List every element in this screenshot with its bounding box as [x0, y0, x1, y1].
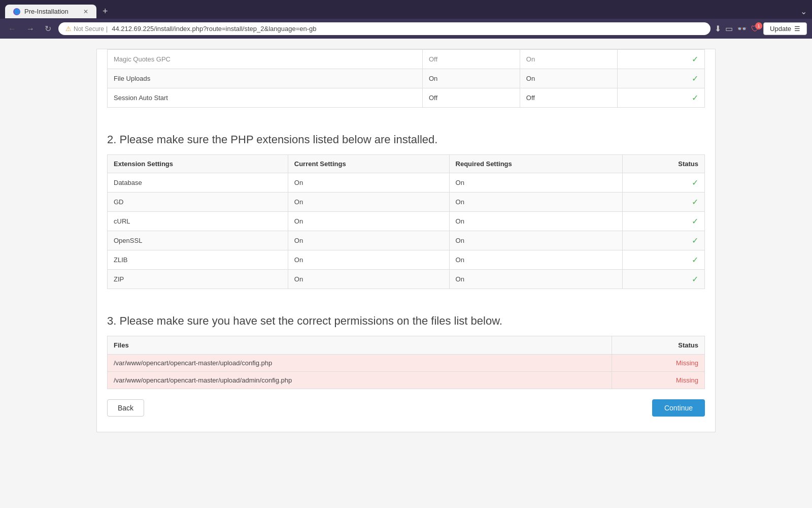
file-cell: /var/www/opencart/opencart-master/upload…: [108, 372, 612, 389]
forward-nav-button[interactable]: →: [23, 22, 38, 36]
glasses-icon[interactable]: 👓: [737, 24, 747, 34]
required-cell: On: [520, 69, 617, 88]
tab-list-chevron-icon[interactable]: ⌄: [800, 7, 807, 16]
check-icon: ✓: [692, 55, 698, 64]
check-icon: ✓: [692, 178, 698, 187]
col-files: Files: [108, 336, 612, 355]
page-content: Magic Quotes GPC Off On ✓ File Uploads O…: [0, 39, 812, 506]
status-cell: ✓: [622, 173, 704, 193]
page-footer: Project Homepage | Documentation | Suppo…: [0, 506, 812, 508]
new-tab-button[interactable]: +: [98, 4, 112, 19]
file-cell: /var/www/opencart/opencart-master/upload…: [108, 355, 612, 372]
setting-cell: cURL: [108, 212, 288, 231]
check-icon: ✓: [692, 236, 698, 245]
current-cell: On: [422, 69, 520, 88]
status-cell: Missing: [612, 355, 705, 372]
browser-toolbar: ← → ↻ ⚠ Not Secure | 44.212.69.225/insta…: [0, 19, 812, 39]
url-path: /install/index.php?route=install/step_2&…: [154, 25, 316, 33]
required-cell: On: [449, 212, 622, 231]
col-current: Current Settings: [288, 155, 449, 173]
check-icon: ✓: [692, 217, 698, 226]
main-container: Magic Quotes GPC Off On ✓ File Uploads O…: [96, 49, 716, 432]
shield-count: 1: [755, 22, 762, 29]
back-button[interactable]: Back: [107, 399, 144, 417]
check-icon: ✓: [692, 275, 698, 283]
url-separator: |: [106, 25, 108, 33]
check-icon: ✓: [692, 198, 698, 206]
col-status: Status: [622, 155, 704, 173]
current-cell: On: [288, 270, 449, 289]
required-cell: On: [449, 231, 622, 250]
required-cell: On: [449, 193, 622, 212]
status-cell: Missing: [612, 372, 705, 389]
status-cell: ✓: [617, 88, 704, 108]
setting-cell: File Uploads: [108, 69, 423, 88]
toolbar-actions: ⬇ ▭ 👓 🛡 1 Update ☰: [715, 22, 807, 35]
not-secure-label: Not Secure: [74, 25, 104, 33]
current-cell: On: [288, 231, 449, 250]
table-row: ZLIB On On ✓: [108, 250, 705, 270]
menu-icon: ☰: [794, 25, 800, 33]
sidebar-icon[interactable]: ▭: [725, 24, 733, 34]
address-bar[interactable]: ⚠ Not Secure | 44.212.69.225/install/ind…: [58, 22, 710, 35]
button-row: Back Continue: [107, 399, 705, 417]
table-row: GD On On ✓: [108, 193, 705, 212]
current-cell: Off: [422, 88, 520, 108]
status-cell: ✓: [617, 69, 704, 88]
setting-cell: ZIP: [108, 270, 288, 289]
files-table: Files Status /var/www/opencart/opencart-…: [107, 336, 705, 389]
extensions-table: Extension Settings Current Settings Requ…: [107, 154, 705, 289]
url-display: 44.212.69.225/install/index.php?route=in…: [112, 25, 316, 33]
current-cell: On: [288, 212, 449, 231]
continue-button[interactable]: Continue: [652, 399, 705, 417]
table-header-row: Extension Settings Current Settings Requ…: [108, 155, 705, 173]
table-row: Session Auto Start Off Off ✓: [108, 88, 705, 108]
status-cell: ✓: [622, 212, 704, 231]
section2-title: 2. Please make sure the PHP extensions l…: [107, 118, 705, 154]
warning-icon: ⚠: [65, 25, 72, 33]
browser-tab[interactable]: 🌐 Pre-Installation ✕: [5, 5, 96, 18]
required-cell: Off: [520, 88, 617, 108]
col-setting: Extension Settings: [108, 155, 288, 173]
col-required: Required Settings: [449, 155, 622, 173]
check-icon: ✓: [692, 93, 698, 102]
setting-cell: Database: [108, 173, 288, 193]
table-row: Magic Quotes GPC Off On ✓: [108, 50, 705, 69]
tab-title: Pre-Installation: [24, 8, 69, 15]
php-settings-table-partial: Magic Quotes GPC Off On ✓ File Uploads O…: [107, 49, 705, 108]
tab-favicon: 🌐: [13, 8, 20, 15]
url-domain: 44.212.69.225: [112, 25, 154, 33]
setting-cell: GD: [108, 193, 288, 212]
current-cell: Off: [422, 50, 520, 69]
table-row: /var/www/opencart/opencart-master/upload…: [108, 372, 705, 389]
setting-cell: ZLIB: [108, 250, 288, 270]
table-row: ZIP On On ✓: [108, 270, 705, 289]
required-cell: On: [520, 50, 617, 69]
required-cell: On: [449, 270, 622, 289]
section3-title: 3. Please make sure you have set the cor…: [107, 299, 705, 336]
close-tab-icon[interactable]: ✕: [83, 8, 88, 15]
status-cell: ✓: [622, 250, 704, 270]
setting-cell: Session Auto Start: [108, 88, 423, 108]
update-button[interactable]: Update ☰: [763, 22, 807, 35]
required-cell: On: [449, 173, 622, 193]
required-cell: On: [449, 250, 622, 270]
back-nav-button[interactable]: ←: [5, 22, 19, 36]
status-cell: ✓: [617, 50, 704, 69]
status-cell: ✓: [622, 231, 704, 250]
table-row: OpenSSL On On ✓: [108, 231, 705, 250]
table-row: File Uploads On On ✓: [108, 69, 705, 88]
setting-cell: Magic Quotes GPC: [108, 50, 423, 69]
setting-cell: OpenSSL: [108, 231, 288, 250]
reload-button[interactable]: ↻: [42, 22, 54, 36]
security-indicator: ⚠ Not Secure |: [65, 25, 108, 33]
check-icon: ✓: [692, 74, 698, 83]
current-cell: On: [288, 193, 449, 212]
current-cell: On: [288, 173, 449, 193]
current-cell: On: [288, 250, 449, 270]
download-icon[interactable]: ⬇: [715, 24, 721, 34]
brave-shield[interactable]: 🛡 1: [751, 24, 759, 34]
update-label: Update: [770, 25, 791, 33]
status-cell: ✓: [622, 270, 704, 289]
col-status: Status: [612, 336, 705, 355]
